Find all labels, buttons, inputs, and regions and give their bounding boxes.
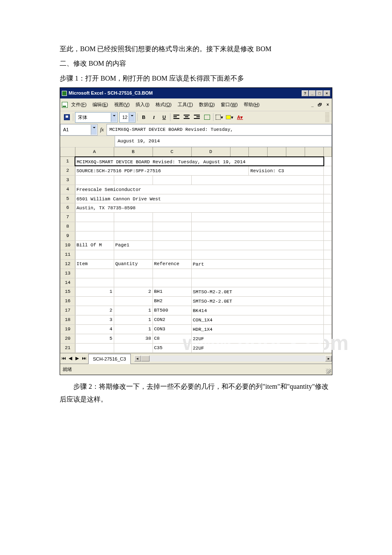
- cell[interactable]: Part: [191, 259, 324, 269]
- cell[interactable]: [191, 222, 324, 231]
- row-header[interactable]: 10: [61, 241, 75, 250]
- tab-next-button[interactable]: ▶: [74, 355, 81, 362]
- vertical-scrollbar[interactable]: [324, 343, 332, 353]
- scroll-thumb[interactable]: [141, 356, 150, 361]
- cell[interactable]: [114, 278, 153, 287]
- sheet-tab[interactable]: SCH-27516_C3: [88, 354, 131, 364]
- cell[interactable]: 3: [75, 315, 114, 325]
- minimize-button[interactable]: _: [309, 90, 316, 96]
- cell[interactable]: [75, 222, 114, 231]
- cell[interactable]: [114, 269, 153, 278]
- row-header[interactable]: 18: [61, 315, 75, 325]
- cell[interactable]: Freescale Semiconductor: [75, 185, 324, 194]
- cell[interactable]: 5: [75, 334, 114, 343]
- inner-restore-button[interactable]: 🗗: [317, 101, 323, 109]
- cell[interactable]: [114, 231, 153, 241]
- row-header[interactable]: 5: [61, 194, 75, 203]
- table-row[interactable]: 56501 William Cannon Drive West: [61, 194, 332, 203]
- cell[interactable]: [191, 175, 324, 185]
- table-row[interactable]: 7: [61, 213, 332, 222]
- cell[interactable]: Quantity: [114, 259, 153, 269]
- cell[interactable]: 1: [114, 325, 153, 334]
- table-row[interactable]: 20538C822UF: [61, 334, 332, 343]
- formula-bar-line2[interactable]: August 19, 2014: [115, 136, 332, 147]
- cell[interactable]: [191, 213, 324, 222]
- cell[interactable]: [75, 278, 114, 287]
- table-row[interactable]: 11: [61, 250, 332, 259]
- bold-button[interactable]: B: [139, 113, 148, 121]
- column-header[interactable]: D: [191, 147, 230, 156]
- fill-color-button[interactable]: ▾: [225, 113, 234, 121]
- worksheet-grid[interactable]: A B C D 1MCIMX6Q-SMART DEVICE BOARD Revi…: [60, 147, 332, 353]
- horizontal-scrollbar[interactable]: ◂ ▸: [134, 355, 332, 362]
- cell[interactable]: MCIMX6Q-SMART DEVICE BOARD Revised: Tues…: [75, 157, 324, 166]
- italic-button[interactable]: I: [150, 113, 158, 121]
- menu-edit[interactable]: 编辑(E): [90, 99, 111, 110]
- cell[interactable]: [75, 213, 114, 222]
- cell[interactable]: [153, 222, 191, 231]
- cell[interactable]: [75, 297, 114, 306]
- row-header[interactable]: 4: [61, 185, 75, 194]
- vertical-scrollbar[interactable]: [324, 287, 332, 297]
- vertical-scrollbar[interactable]: [324, 278, 332, 287]
- cell[interactable]: [114, 175, 153, 185]
- cell[interactable]: C8: [153, 334, 191, 343]
- resize-grip[interactable]: [326, 369, 331, 374]
- cell[interactable]: C35: [153, 343, 191, 353]
- row-header[interactable]: 2: [61, 166, 75, 175]
- cell[interactable]: [153, 269, 191, 278]
- cell[interactable]: SMTSO-M2-2.0ET: [191, 287, 324, 297]
- cell[interactable]: CON2: [153, 315, 191, 325]
- table-row[interactable]: 1MCIMX6Q-SMART DEVICE BOARD Revised: Tue…: [61, 157, 332, 166]
- column-header-row[interactable]: A B C D: [61, 147, 332, 156]
- table-row[interactable]: 9: [61, 231, 332, 241]
- fx-icon[interactable]: fx: [100, 125, 104, 135]
- cell[interactable]: 22UF: [191, 334, 324, 343]
- cell[interactable]: Bill Of M: [75, 241, 114, 250]
- formula-bar-line1[interactable]: MCIMX6Q-SMART DEVICE BOARD Revised: Tues…: [107, 124, 332, 136]
- table-row[interactable]: 16BH2SMTSO-M2-2.0ET: [61, 297, 332, 306]
- row-header[interactable]: 6: [61, 203, 75, 213]
- cell[interactable]: HDR_1X4: [191, 325, 324, 334]
- vertical-scrollbar[interactable]: [324, 194, 332, 203]
- cell[interactable]: 22UF: [191, 343, 324, 353]
- align-right-button[interactable]: [193, 113, 201, 121]
- merge-center-button[interactable]: [203, 113, 211, 121]
- cell[interactable]: Austin, TX 78735-8598: [75, 203, 324, 213]
- close-button[interactable]: ×: [323, 90, 330, 96]
- cell[interactable]: [114, 343, 153, 353]
- cell[interactable]: [191, 269, 324, 278]
- cell[interactable]: Reference: [153, 259, 191, 269]
- column-header[interactable]: A: [75, 147, 114, 156]
- cell[interactable]: BT500: [153, 306, 191, 315]
- cell[interactable]: Revision: C3: [249, 166, 324, 175]
- vertical-scrollbar[interactable]: [324, 185, 332, 194]
- cell[interactable]: [191, 231, 324, 241]
- vertical-scrollbar[interactable]: [324, 231, 332, 241]
- vertical-scrollbar[interactable]: [324, 250, 332, 259]
- menu-file[interactable]: 文件(F): [69, 99, 89, 110]
- cell[interactable]: CON_1X4: [191, 315, 324, 325]
- vertical-scrollbar[interactable]: [324, 166, 332, 175]
- cell[interactable]: CON3: [153, 325, 191, 334]
- table-row[interactable]: 4Freescale Semiconductor: [61, 185, 332, 194]
- menu-help[interactable]: 帮助(H): [241, 99, 262, 110]
- font-color-button[interactable]: A▾: [236, 113, 244, 121]
- cell[interactable]: [75, 343, 114, 353]
- vertical-scrollbar[interactable]: [324, 157, 332, 166]
- scroll-left-button[interactable]: ◂: [134, 356, 141, 361]
- select-all-corner[interactable]: [61, 147, 75, 156]
- name-box[interactable]: A1: [60, 124, 98, 136]
- cell[interactable]: [114, 222, 153, 231]
- cell[interactable]: 2: [114, 287, 153, 297]
- vertical-scrollbar[interactable]: [324, 213, 332, 222]
- inner-close-button[interactable]: ×: [325, 101, 330, 109]
- cell[interactable]: Item: [75, 259, 114, 269]
- menu-data[interactable]: 数据(D): [196, 99, 217, 110]
- cell[interactable]: 2: [75, 306, 114, 315]
- cell[interactable]: 6501 William Cannon Drive West: [75, 194, 324, 203]
- cell[interactable]: SMTSO-M2-2.0ET: [191, 297, 324, 306]
- cell[interactable]: [153, 250, 191, 259]
- cell[interactable]: [114, 297, 153, 306]
- vertical-scrollbar[interactable]: [324, 297, 332, 306]
